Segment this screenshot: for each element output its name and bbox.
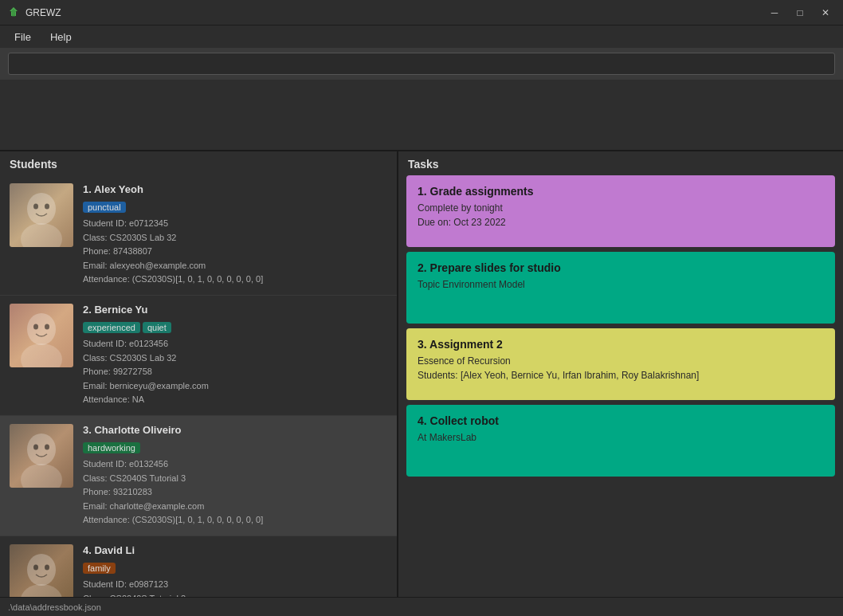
search-input[interactable] <box>8 53 835 75</box>
svg-point-7 <box>21 343 62 367</box>
tasks-list: 1. Grade assignmentsComplete by tonightD… <box>398 175 843 597</box>
student-info: 4. David LifamilyStudent ID: e0987123Cla… <box>83 544 387 597</box>
task-detail: At MakersLab <box>418 430 824 445</box>
student-tags: family <box>83 560 387 578</box>
titlebar-controls: ─ □ ✕ <box>763 5 837 21</box>
svg-point-11 <box>21 464 62 488</box>
app-title: GREWZ <box>25 7 61 18</box>
students-header: Students <box>0 151 397 175</box>
student-avatar <box>10 544 73 597</box>
task-detail: Topic Environment Model <box>418 277 824 292</box>
student-tag: experienced <box>83 322 140 333</box>
student-name: 3. Charlotte Oliveiro <box>83 424 387 436</box>
svg-point-3 <box>21 223 62 247</box>
task-title: 4. Collect robot <box>418 414 824 427</box>
students-list: 1. Alex YeohpunctualStudent ID: e0712345… <box>0 175 397 597</box>
students-panel: Students 1. Alex YeohpunctualStudent ID:… <box>0 151 398 597</box>
tasks-panel: Tasks 1. Grade assignmentsComplete by to… <box>398 151 843 597</box>
student-tag: quiet <box>143 322 171 333</box>
svg-point-13 <box>45 444 49 449</box>
student-details: Student ID: e0712345Class: CS2030S Lab 3… <box>83 217 387 287</box>
close-button[interactable]: ✕ <box>814 5 837 21</box>
student-tags: hardworking <box>83 440 387 457</box>
svg-point-10 <box>27 434 56 465</box>
student-name: 2. Bernice Yu <box>83 304 387 316</box>
svg-point-6 <box>27 313 56 345</box>
student-details: Student ID: e0123456Class: CS2030S Lab 3… <box>83 337 387 407</box>
student-info: 1. Alex YeohpunctualStudent ID: e0712345… <box>83 183 387 287</box>
status-text: .\data\addressbook.json <box>8 602 101 612</box>
minimize-button[interactable]: ─ <box>763 5 786 21</box>
task-title: 1. Grade assignments <box>418 185 824 198</box>
svg-point-5 <box>45 204 49 210</box>
student-item[interactable]: 4. David LifamilyStudent ID: e0987123Cla… <box>0 536 397 597</box>
svg-point-17 <box>45 564 49 570</box>
svg-point-14 <box>27 554 56 586</box>
searchbar <box>0 48 843 80</box>
task-title: 3. Assignment 2 <box>418 338 824 351</box>
student-avatar <box>10 424 73 488</box>
student-item[interactable]: 1. Alex YeohpunctualStudent ID: e0712345… <box>0 175 397 296</box>
task-detail: Complete by tonight <box>418 201 824 215</box>
task-detail: Students: [Alex Yeoh, Bernice Yu, Irfan … <box>418 368 824 383</box>
student-tag: punctual <box>83 202 126 213</box>
svg-point-12 <box>33 444 38 449</box>
student-details: Student ID: e0132456Class: CS2040S Tutor… <box>83 457 387 528</box>
student-tag: family <box>83 563 116 574</box>
menubar: File Help <box>0 26 843 48</box>
svg-point-9 <box>45 324 49 329</box>
task-card[interactable]: 4. Collect robotAt MakersLab <box>406 405 835 477</box>
student-avatar <box>10 304 73 367</box>
svg-point-16 <box>33 564 38 570</box>
maximize-button[interactable]: □ <box>789 5 811 21</box>
student-tags: punctual <box>83 199 387 217</box>
task-card[interactable]: 1. Grade assignmentsComplete by tonightD… <box>406 175 835 247</box>
tasks-header: Tasks <box>398 151 843 175</box>
student-info: 3. Charlotte OliveirohardworkingStudent … <box>83 424 387 528</box>
task-card[interactable]: 3. Assignment 2Essence of RecursionStude… <box>406 328 835 400</box>
statusbar: .\data\addressbook.json <box>0 597 843 616</box>
svg-point-4 <box>33 204 38 210</box>
menu-file[interactable]: File <box>6 29 39 45</box>
student-avatar <box>10 183 73 247</box>
svg-point-2 <box>27 193 56 225</box>
student-details: Student ID: e0987123Class: CS2040S Tutor… <box>83 578 387 597</box>
menu-help[interactable]: Help <box>42 29 80 45</box>
student-item[interactable]: 3. Charlotte OliveirohardworkingStudent … <box>0 416 397 536</box>
svg-point-8 <box>33 324 38 329</box>
task-card[interactable]: 2. Prepare slides for studioTopic Enviro… <box>406 252 835 324</box>
preview-area <box>0 80 843 151</box>
student-info: 2. Bernice YuexperiencedquietStudent ID:… <box>83 304 387 407</box>
task-title: 2. Prepare slides for studio <box>418 261 824 274</box>
titlebar-left: GREWZ <box>6 6 61 20</box>
student-tag: hardworking <box>83 442 140 453</box>
student-name: 1. Alex Yeoh <box>83 183 387 195</box>
student-item[interactable]: 2. Bernice YuexperiencedquietStudent ID:… <box>0 296 397 416</box>
app-logo-icon <box>6 6 21 20</box>
titlebar: GREWZ ─ □ ✕ <box>0 0 843 26</box>
main-content: Students 1. Alex YeohpunctualStudent ID:… <box>0 151 843 597</box>
student-tags: experiencedquiet <box>83 320 387 337</box>
svg-point-15 <box>21 584 62 597</box>
task-detail: Due on: Oct 23 2022 <box>418 215 824 230</box>
student-name: 4. David Li <box>83 544 387 556</box>
task-detail: Essence of Recursion <box>418 354 824 368</box>
